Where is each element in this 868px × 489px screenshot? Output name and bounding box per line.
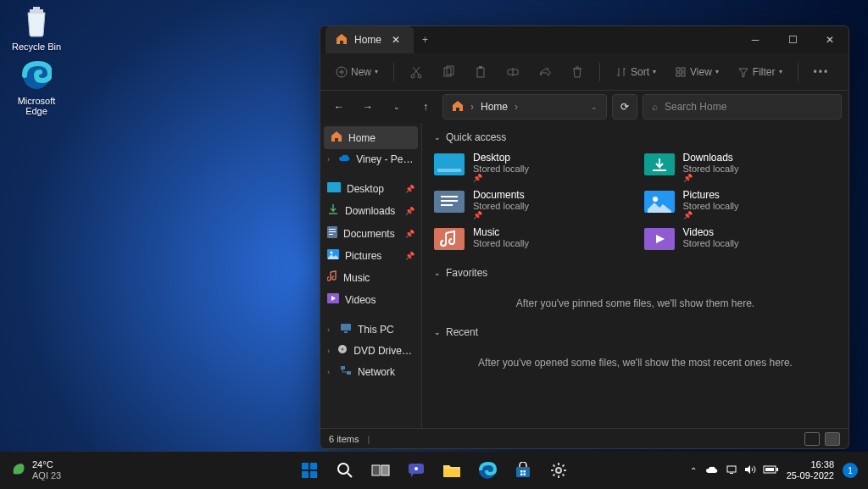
forward-button[interactable]: → [356,95,380,119]
section-quick-access[interactable]: ⌄ Quick access [434,131,837,143]
rename-icon [506,65,520,79]
refresh-button[interactable]: ⟳ [612,94,637,119]
svg-rect-35 [441,204,453,206]
copy-button[interactable] [435,61,462,83]
file-explorer-window: Home ✕ + ─ ☐ ✕ New ▾ Sort ▾ View [320,25,849,449]
sidebar-item-desktop[interactable]: Desktop 📌 [320,178,421,199]
sidebar-item-documents[interactable]: Documents 📌 [320,222,421,245]
home-icon [452,100,464,114]
svg-rect-17 [329,229,336,230]
sidebar-item-downloads[interactable]: Downloads 📌 [320,199,421,222]
settings-button[interactable] [542,454,575,486]
back-button[interactable]: ← [327,95,351,119]
task-view-button[interactable] [364,454,397,486]
minimize-button[interactable]: ─ [737,26,774,53]
more-button[interactable]: ••• [807,62,837,82]
tray-chevron-icon[interactable]: ⌃ [690,466,697,475]
sidebar-item-pictures[interactable]: Pictures 📌 [320,245,421,266]
qa-item-sub: Stored locally [683,238,739,248]
breadcrumb-box[interactable]: › Home › ⌄ [442,94,607,119]
videos-icon [327,293,339,306]
sidebar-item-videos[interactable]: Videos [320,289,421,310]
rename-button[interactable] [499,61,526,83]
tiles-view-button[interactable] [825,432,840,446]
paste-button[interactable] [467,61,494,83]
pin-icon: 📌 [473,174,529,182]
chevron-down-icon: ⌄ [434,133,441,142]
quick-access-item[interactable]: Music Stored locally [434,226,627,252]
volume-tray-icon[interactable] [744,464,756,476]
maximize-button[interactable]: ☐ [774,26,811,53]
chevron-down-icon[interactable]: ⌄ [591,103,598,111]
sidebar-item-network[interactable]: › Network [320,361,421,382]
search-button[interactable] [329,454,361,486]
folder-icon [644,226,675,252]
start-button[interactable] [293,454,326,486]
pin-icon: 📌 [405,230,415,238]
new-tab-button[interactable]: + [414,34,437,46]
recent-dropdown[interactable]: ⌄ [385,95,409,119]
filter-button[interactable]: Filter ▾ [731,62,789,82]
store-button[interactable] [507,454,539,486]
close-button[interactable]: ✕ [811,26,849,53]
chat-button[interactable] [400,454,432,486]
svg-rect-57 [727,466,736,472]
share-icon [538,65,552,79]
desktop-icon-edge[interactable]: Microsoft Edge [7,58,66,116]
sidebar-item-thispc[interactable]: › This PC [320,319,421,340]
svg-rect-34 [441,200,458,202]
toolbar: New ▾ Sort ▾ View ▾ Filter ▾ ••• [320,53,849,91]
tab-home[interactable]: Home ✕ [326,26,414,53]
sidebar-item-onedrive[interactable]: › Viney - Personal [320,149,421,169]
delete-button[interactable] [564,61,591,83]
sidebar: Home › Viney - Personal Desktop 📌 Downlo… [320,123,422,428]
share-button[interactable] [531,61,559,83]
desktop-icon-recycle-bin[interactable]: Recycle Bin [7,3,66,52]
svg-point-56 [556,468,561,473]
quick-access-item[interactable]: Pictures Stored locally 📌 [644,189,837,219]
quick-access-item[interactable]: Desktop Stored locally 📌 [434,152,627,182]
battery-tray-icon[interactable] [763,465,778,475]
disc-icon [337,344,348,357]
search-icon: ⌕ [652,101,658,113]
svg-rect-30 [437,169,461,172]
section-recent[interactable]: ⌄ Recent [434,326,837,338]
sidebar-item-music[interactable]: Music [320,266,421,289]
svg-rect-42 [302,471,309,478]
svg-rect-51 [516,467,530,477]
up-button[interactable]: ↑ [414,95,437,119]
taskbar-clock[interactable]: 16:38 25-09-2022 [787,459,834,481]
edge-button[interactable] [471,454,504,486]
svg-rect-1 [33,7,40,9]
section-favorites[interactable]: ⌄ Favorites [434,267,837,279]
folder-icon [644,152,675,177]
status-bar: 6 items | [320,428,849,448]
tab-close-icon[interactable]: ✕ [388,32,403,47]
taskbar-weather[interactable]: 24°C AQI 23 [10,459,61,481]
qa-item-name: Desktop [473,152,529,164]
sidebar-item-dvd[interactable]: › DVD Drive (D:) CCC [320,340,421,361]
file-explorer-button[interactable] [436,454,468,486]
notification-button[interactable]: 1 [843,463,858,478]
quick-access-item[interactable]: Videos Stored locally [644,226,837,252]
cut-button[interactable] [403,61,430,83]
quick-access-item[interactable]: Documents Stored locally 📌 [434,189,627,219]
view-button[interactable]: View ▾ [668,62,726,82]
sort-button[interactable]: Sort ▾ [609,62,663,82]
home-icon [331,131,342,145]
details-view-button[interactable] [804,432,820,446]
content-area: ⌄ Quick access Desktop Stored locally 📌 … [422,123,849,428]
sidebar-item-home[interactable]: Home [324,126,418,149]
home-icon [336,33,348,47]
svg-rect-11 [676,68,680,71]
search-input[interactable]: ⌕ Search Home [643,94,842,119]
trash-icon [570,65,584,79]
quick-access-item[interactable]: Downloads Stored locally 📌 [644,152,837,182]
svg-point-48 [415,467,418,470]
onedrive-tray-icon[interactable] [705,465,719,476]
network-tray-icon[interactable] [726,464,737,476]
new-button[interactable]: New ▾ [329,62,385,82]
qa-item-sub: Stored locally [473,164,529,174]
breadcrumb-item[interactable]: Home [481,101,508,113]
qa-item-name: Pictures [683,189,739,201]
